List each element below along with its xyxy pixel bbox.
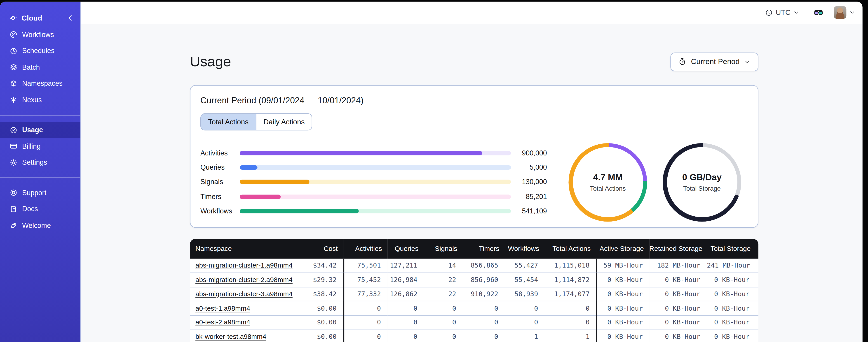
timezone-selector[interactable]: UTC: [765, 8, 799, 17]
tab-daily-actions[interactable]: Daily Actions: [256, 114, 312, 130]
sidebar-item-label: Welcome: [22, 221, 51, 229]
cell-queries: 0: [388, 315, 424, 329]
period-button-label: Current Period: [691, 58, 739, 66]
content-area: Usage Current Period Current Period (09/…: [81, 24, 863, 342]
welcome-icon: [9, 221, 18, 230]
usage-bar-row: Workflows541,109: [200, 204, 547, 218]
cell-namespace: bk-worker-test.a98mm4: [190, 329, 284, 342]
cell-queries: 126,984: [388, 273, 424, 287]
table-row: a0-test-2.a98mm4$0.000000000 KB-Hour0 KB…: [190, 315, 758, 329]
card-title: Current Period (09/01/2024 — 10/01/2024): [200, 95, 748, 105]
cell-namespace: a0-test-2.a98mm4: [190, 315, 284, 329]
namespaces-icon: [9, 79, 18, 88]
sidebar-item-label: Support: [22, 189, 46, 197]
cell-total_actions: 1: [545, 329, 596, 342]
app-window: Cloud WorkflowsSchedulesBatchNamespacesN…: [0, 2, 863, 342]
cell-total_storage: 0 KB-Hour: [707, 287, 758, 301]
usage-bar-row: Signals130,000: [200, 175, 547, 189]
cell-retained_storage: 0 KB-Hour: [649, 301, 707, 315]
cell-workflows: 1: [505, 329, 545, 342]
tab-total-actions[interactable]: Total Actions: [201, 114, 256, 130]
sidebar-item-nexus[interactable]: Nexus: [0, 92, 80, 108]
column-header-total_actions: Total Actions: [545, 238, 596, 258]
bar-track: [240, 195, 511, 199]
cell-signals: 14: [424, 259, 463, 273]
column-header-cost: Cost: [284, 238, 343, 258]
table-row: bk-worker-test.a98mm4$0.000000110 KB-Hou…: [190, 329, 758, 342]
cell-activities: 75,452: [343, 273, 388, 287]
sidebar-item-schedules[interactable]: Schedules: [0, 43, 80, 59]
cell-total_storage: 241 MB-Hour: [707, 259, 758, 273]
cell-signals: 0: [424, 315, 463, 329]
chevron-down-icon: [744, 59, 750, 65]
brand-label: Cloud: [22, 13, 42, 22]
sidebar-brand[interactable]: Cloud: [0, 9, 80, 26]
cell-timers: 856,865: [463, 259, 505, 273]
bar-track: [240, 151, 511, 156]
settings-icon: [9, 159, 18, 167]
sidebar-item-docs[interactable]: Docs: [0, 201, 80, 217]
sidebar-item-settings[interactable]: Settings: [0, 155, 80, 171]
sidebar-item-support[interactable]: Support: [0, 184, 80, 201]
namespace-link[interactable]: abs-migration-cluster-2.a98mm4: [195, 276, 292, 284]
sidebar-item-workflows[interactable]: Workflows: [0, 27, 80, 43]
donut-center: 4.7 MMTotal Actions: [568, 143, 647, 221]
sidebar-item-billing[interactable]: Billing: [0, 138, 80, 155]
cell-cost: $34.42: [284, 259, 343, 273]
cell-cost: $0.00: [284, 315, 343, 329]
cell-activities: 77,332: [343, 287, 388, 301]
support-icon: [9, 189, 18, 197]
table-header-row: NamespaceCostActivitiesQueriesSignalsTim…: [190, 238, 758, 258]
cell-active_storage: 0 KB-Hour: [596, 315, 649, 329]
cell-workflows: 58,939: [505, 287, 545, 301]
cell-signals: 0: [424, 329, 463, 342]
cell-total_actions: 1,114,872: [545, 273, 596, 287]
cell-total_actions: 0: [545, 315, 596, 329]
cell-retained_storage: 0 KB-Hour: [649, 329, 707, 342]
period-selector-button[interactable]: Current Period: [671, 52, 758, 71]
sidebar-item-label: Settings: [22, 159, 47, 167]
namespace-link[interactable]: abs-migration-cluster-3.a98mm4: [195, 290, 292, 298]
sidebar-item-batch[interactable]: Batch: [0, 59, 80, 75]
donut-total-storage: 0 GB/DayTotal Storage: [663, 143, 741, 221]
labs-toggle[interactable]: [813, 8, 824, 18]
cell-total_actions: 1,174,077: [545, 287, 596, 301]
sidebar-group: WorkflowsSchedulesBatchNamespacesNexus: [0, 27, 80, 108]
user-menu[interactable]: [834, 6, 855, 19]
usage-bar-chart: Activities900,000Queries5,000Signals130,…: [200, 146, 547, 218]
current-period-card: Current Period (09/01/2024 — 10/01/2024)…: [190, 85, 758, 228]
namespace-link[interactable]: a0-test-1.a98mm4: [195, 304, 250, 312]
sidebar-item-label: Namespaces: [22, 80, 63, 87]
namespace-link[interactable]: bk-worker-test.a98mm4: [195, 333, 267, 340]
actions-tabs: Total ActionsDaily Actions: [200, 113, 312, 130]
cell-timers: 0: [463, 329, 505, 342]
sidebar-divider: [0, 114, 80, 115]
cell-total_storage: 0 KB-Hour: [707, 273, 758, 287]
docs-icon: [9, 205, 18, 213]
sidebar-item-welcome[interactable]: Welcome: [0, 217, 80, 234]
cell-active_storage: 0 KB-Hour: [596, 287, 649, 301]
cell-workflows: 55,427: [505, 259, 545, 273]
column-header-queries: Queries: [388, 238, 424, 258]
cell-queries: 127,211: [388, 259, 424, 273]
sidebar-collapse-button[interactable]: [66, 13, 75, 22]
sidebar-item-usage[interactable]: Usage: [0, 122, 80, 138]
bar-label: Workflows: [200, 207, 240, 215]
cell-total_storage: 0 KB-Hour: [707, 301, 758, 315]
avatar: [834, 6, 846, 19]
cell-namespace: abs-migration-cluster-3.a98mm4: [190, 287, 284, 301]
page-header: Usage Current Period: [190, 52, 758, 71]
sidebar-item-label: Usage: [22, 126, 43, 134]
sidebar-item-namespaces[interactable]: Namespaces: [0, 75, 80, 92]
cell-signals: 0: [424, 301, 463, 315]
page-title: Usage: [190, 53, 231, 70]
bar-fill: [240, 209, 359, 213]
cell-queries: 0: [388, 301, 424, 315]
bar-track: [240, 180, 511, 184]
donut-value: 0 GB/Day: [682, 172, 722, 182]
cell-active_storage: 59 MB-Hour: [596, 259, 649, 273]
table-row: abs-migration-cluster-1.a98mm4$34.4275,5…: [190, 259, 758, 273]
namespace-link[interactable]: abs-migration-cluster-1.a98mm4: [195, 262, 292, 269]
temporal-logo-icon: [9, 13, 17, 22]
namespace-link[interactable]: a0-test-2.a98mm4: [195, 318, 250, 326]
